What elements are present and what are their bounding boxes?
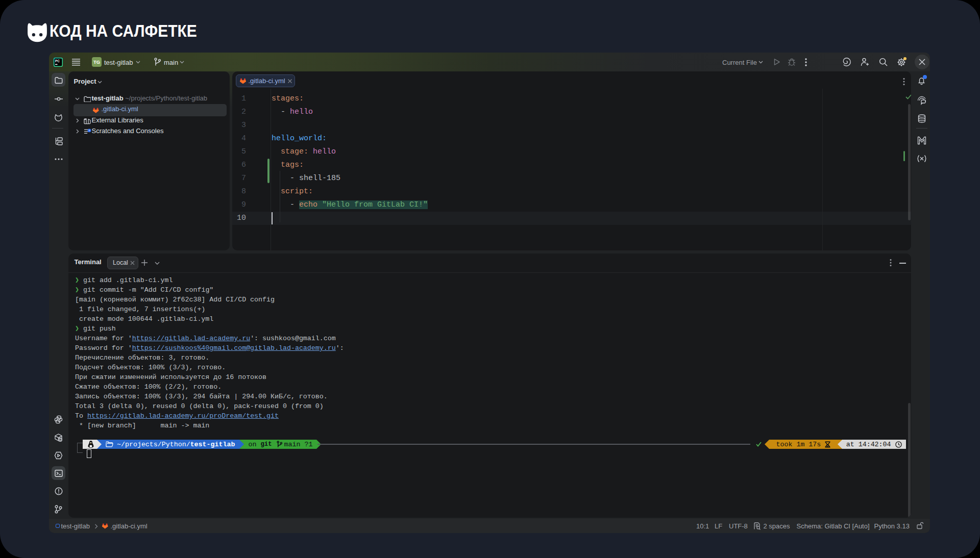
svg-text:PC: PC [55,59,60,63]
